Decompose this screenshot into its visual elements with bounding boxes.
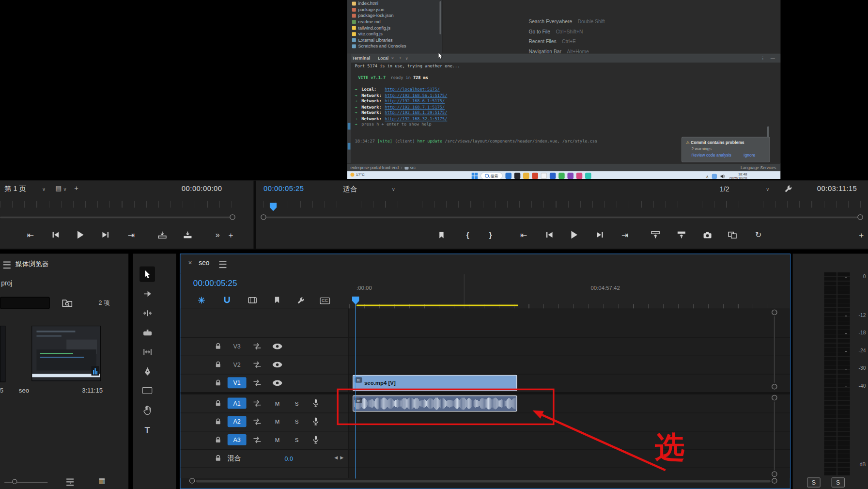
lock-icon[interactable]	[214, 454, 222, 462]
sync-lock-icon[interactable]	[253, 437, 261, 444]
mute-button[interactable]: M	[272, 435, 282, 445]
insert-button[interactable]	[156, 228, 168, 242]
zoom-level-select[interactable]: 适合 ∨	[339, 183, 400, 195]
eye-icon[interactable]	[272, 344, 282, 350]
source-zoom-handle[interactable]	[230, 214, 235, 220]
multi-camera-button[interactable]: ↻	[753, 228, 764, 242]
audio-clip-seo[interactable]: fx	[353, 395, 517, 411]
eye-icon[interactable]	[272, 380, 282, 386]
nest-toggle-icon[interactable]	[198, 296, 205, 304]
lock-icon[interactable]	[214, 436, 222, 443]
sync-lock-icon[interactable]	[253, 361, 261, 368]
razor-tool[interactable]	[140, 325, 155, 340]
lock-icon[interactable]	[214, 342, 222, 350]
step-back-button[interactable]	[543, 228, 555, 242]
hand-tool[interactable]	[140, 402, 155, 418]
add-marker-button[interactable]	[435, 228, 447, 242]
playhead-line[interactable]	[356, 297, 356, 479]
button-editor-button[interactable]: +	[225, 228, 236, 242]
timeline-settings-icon[interactable]	[297, 296, 305, 304]
chevron-down-icon[interactable]: ∨	[42, 187, 46, 192]
program-zoom-handle-right[interactable]	[857, 214, 863, 220]
sync-lock-icon[interactable]	[253, 400, 261, 407]
page-menu-icon[interactable]: ▤	[55, 185, 62, 192]
lock-icon[interactable]	[214, 418, 222, 426]
source-zoom-bar[interactable]	[0, 217, 232, 218]
linked-selection-icon[interactable]	[248, 296, 257, 304]
rectangle-tool[interactable]	[140, 383, 155, 398]
voiceover-record-icon[interactable]	[312, 399, 320, 408]
breadcrumb[interactable]: proj	[1, 280, 12, 286]
overwrite-button[interactable]	[182, 228, 193, 242]
track-label-a3[interactable]: A3	[228, 434, 247, 445]
solo-button-left[interactable]: S	[807, 477, 820, 488]
program-zoom-bar[interactable]	[266, 217, 860, 218]
chevron-down-icon[interactable]: ∨	[63, 187, 67, 192]
search-media-icon[interactable]	[62, 298, 73, 307]
selection-tool[interactable]	[140, 267, 155, 282]
tab-media-browser[interactable]: 媒体浏览器	[16, 260, 49, 267]
step-forward-button[interactable]	[594, 228, 605, 242]
grid-view-icon[interactable]: ▦	[98, 477, 105, 484]
master-volume-value[interactable]: 0.0	[284, 456, 293, 462]
go-to-in-button[interactable]: ⇤	[518, 228, 529, 242]
h-scrollbar[interactable]	[196, 480, 771, 483]
keyframe-nav-icon[interactable]: ◀ ▶	[334, 456, 344, 460]
lock-icon[interactable]	[214, 361, 222, 368]
chevron-down-icon[interactable]: ∨	[69, 480, 73, 485]
work-area-bar[interactable]	[356, 305, 518, 306]
lift-button[interactable]	[650, 228, 661, 242]
track-label-v3[interactable]: V3	[228, 341, 247, 352]
video-clip-seo[interactable]: fx seo.mp4 [V]	[353, 375, 517, 391]
comparison-view-button[interactable]	[727, 228, 738, 242]
extract-button[interactable]	[676, 228, 687, 242]
track-select-forward-tool[interactable]	[140, 286, 155, 301]
settings-wrench-icon[interactable]	[784, 185, 792, 193]
program-ruler[interactable]	[264, 201, 861, 208]
add-marker-icon[interactable]	[274, 296, 280, 303]
go-to-out-button[interactable]: ⇥	[620, 228, 631, 242]
track-label-v2[interactable]: V2	[228, 359, 247, 370]
program-mini-playhead[interactable]	[270, 203, 277, 211]
program-zoom-handle-left[interactable]	[261, 214, 266, 220]
playback-resolution-select[interactable]: 1/2 ∨	[714, 183, 775, 195]
slip-tool[interactable]	[140, 344, 155, 360]
timeline-timecode[interactable]: 00:00:05:25	[193, 279, 237, 287]
v-scrollbar-video[interactable]	[774, 316, 775, 383]
solo-button[interactable]: S	[292, 435, 302, 445]
step-back-button[interactable]	[50, 228, 61, 242]
v-scrollbar-audio[interactable]	[774, 402, 775, 471]
sync-lock-icon[interactable]	[253, 379, 261, 387]
captions-icon[interactable]: CC	[320, 298, 330, 304]
thumbnail-size-slider[interactable]	[4, 482, 47, 483]
tab-sequence-seo[interactable]: seo	[199, 260, 209, 267]
clip-name[interactable]: seo	[19, 388, 29, 394]
pen-tool[interactable]	[140, 363, 155, 379]
solo-button-right[interactable]: S	[832, 477, 845, 488]
button-editor-button[interactable]: +	[856, 228, 867, 242]
track-label-a2[interactable]: A2	[228, 416, 247, 427]
partial-list-item[interactable]	[0, 326, 5, 382]
v-scroll-handle[interactable]	[772, 472, 777, 477]
lock-icon[interactable]	[214, 399, 222, 407]
track-label-v1[interactable]: V1	[228, 377, 247, 388]
eye-icon[interactable]	[272, 362, 282, 368]
mute-button[interactable]: M	[272, 399, 282, 409]
type-tool[interactable]: T	[140, 423, 155, 438]
panel-menu-icon[interactable]	[219, 261, 227, 268]
track-label-a1[interactable]: A1	[228, 398, 247, 409]
mark-in-button[interactable]: {	[462, 228, 473, 242]
search-input[interactable]	[0, 297, 50, 309]
v-scroll-handle[interactable]	[772, 310, 777, 315]
pan-icon[interactable]: +	[74, 185, 78, 192]
sync-lock-icon[interactable]	[253, 418, 261, 426]
go-to-out-button[interactable]: ⇥	[125, 228, 137, 242]
voiceover-record-icon[interactable]	[312, 435, 320, 444]
play-button[interactable]	[75, 228, 86, 242]
lock-icon[interactable]	[214, 379, 222, 387]
sync-lock-icon[interactable]	[253, 343, 261, 350]
solo-button[interactable]: S	[292, 417, 302, 427]
clip-thumbnail[interactable]	[31, 326, 101, 381]
export-frame-button[interactable]	[702, 228, 713, 242]
v-scroll-handle[interactable]	[772, 395, 777, 400]
